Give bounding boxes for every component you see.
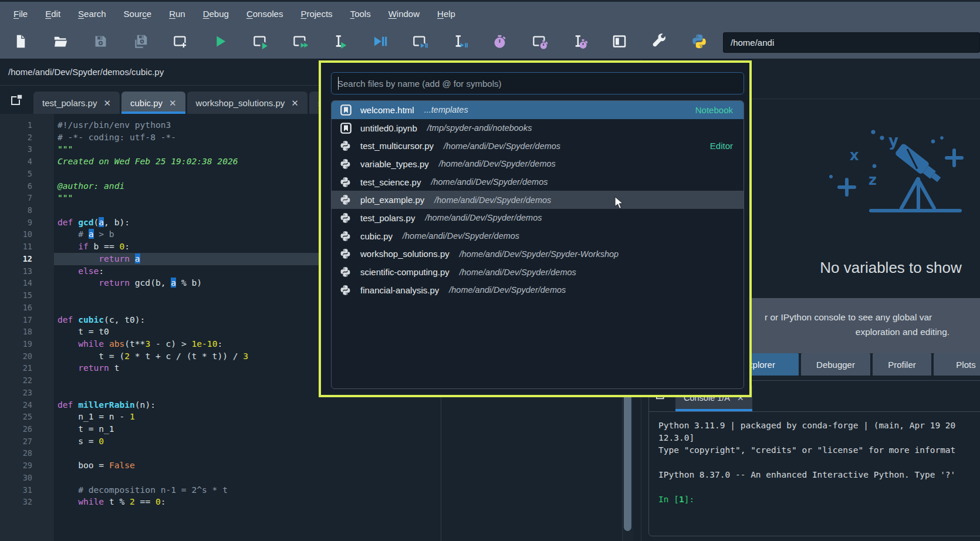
file-name: financial-analysis.py <box>360 285 439 295</box>
line-number: 26 <box>0 423 54 435</box>
console-line: Type "copyright", "credits" or "license"… <box>658 444 980 457</box>
console-line: Python 3.11.9 | packaged by conda-forge … <box>658 420 980 432</box>
maximize-pane-button[interactable] <box>607 30 631 55</box>
file-name: plot_example.py <box>360 195 424 205</box>
switcher-file-list: welcome.html...templatesNotebookuntitled… <box>331 100 744 389</box>
python-env-button[interactable] <box>687 30 711 55</box>
line-number: 21 <box>0 362 54 374</box>
debug-file-button[interactable] <box>367 30 392 55</box>
switcher-item-cubic-py[interactable]: cubic.py/home/andi/Dev/Spyder/demos <box>332 227 744 245</box>
switcher-item-financial-analysis-py[interactable]: financial-analysis.py/home/andi/Dev/Spyd… <box>332 281 744 299</box>
run-file-icon <box>212 33 228 52</box>
line-number: 8 <box>0 204 54 217</box>
python-file-icon <box>340 230 352 242</box>
line-number: 7 <box>0 192 54 204</box>
code-line-31: # decomposition n-1 = 2^s * t <box>54 484 622 496</box>
line-number: 2 <box>0 131 54 144</box>
code-line-27: s = 0 <box>54 435 622 448</box>
python-file-icon <box>340 284 352 296</box>
open-file-button[interactable] <box>48 30 73 55</box>
console-output[interactable]: Python 3.11.9 | packaged by conda-forge … <box>649 412 980 536</box>
debug-cell-icon <box>412 33 428 52</box>
run-file-button[interactable] <box>208 30 232 55</box>
debug-selection-button[interactable] <box>447 30 472 55</box>
preferences-button[interactable] <box>647 30 671 55</box>
save-button[interactable] <box>88 30 113 55</box>
line-number: 23 <box>0 387 54 399</box>
file-path: /home/andi/Dev/Spyder/demos <box>425 213 542 222</box>
switcher-item-test-polars-py[interactable]: test_polars.py/home/andi/Dev/Spyder/demo… <box>332 209 744 227</box>
save-all-button[interactable] <box>128 30 153 55</box>
line-number: 22 <box>0 374 54 387</box>
profile-selection-button[interactable] <box>567 30 592 55</box>
file-path: /home/andi/Dev/Spyder/demos <box>431 177 548 187</box>
browse-tabs-icon[interactable] <box>11 93 23 106</box>
menu-item-edit[interactable]: Edit <box>36 2 69 26</box>
run-cell-advance-button[interactable] <box>288 30 312 55</box>
switcher-item-plot-example-py[interactable]: plot_example.py/home/andi/Dev/Spyder/dem… <box>332 191 744 209</box>
file-path: ...templates <box>424 105 468 114</box>
new-cell-button[interactable] <box>168 30 192 55</box>
telescope-illustration-icon: y x z <box>803 125 979 233</box>
pane-badge: Notebook <box>695 105 738 115</box>
preferences-icon <box>651 33 667 52</box>
menu-item-run[interactable]: Run <box>160 2 194 26</box>
switcher-item-variable-types-py[interactable]: variable_types.py/home/andi/Dev/Spyder/d… <box>332 155 744 173</box>
close-icon[interactable]: ✕ <box>169 99 177 107</box>
run-cell-icon <box>252 33 268 52</box>
menu-item-help[interactable]: Help <box>428 2 464 26</box>
profile-cell-button[interactable] <box>527 30 552 55</box>
switcher-item-workshop-solutions-py[interactable]: workshop_solutions.py/home/andi/Dev/Spyd… <box>332 245 744 263</box>
working-directory-input[interactable] <box>723 32 980 53</box>
tab-label: workshop_solutions.py <box>196 98 285 108</box>
menu-item-source[interactable]: Source <box>115 2 161 26</box>
profile-file-button[interactable] <box>487 30 512 55</box>
file-name: workshop_solutions.py <box>360 249 450 259</box>
pane-tab-plots[interactable]: Plots <box>934 353 980 376</box>
menu-item-search[interactable]: Search <box>69 2 115 26</box>
line-number: 13 <box>0 265 54 278</box>
editor-tab-workshop-solutions-py[interactable]: workshop_solutions.py✕ <box>187 92 307 114</box>
line-number: 18 <box>0 326 54 338</box>
line-number: 6 <box>0 180 54 192</box>
editor-tab-cubic-py[interactable]: cubic.py✕ <box>121 92 185 114</box>
switcher-search-input[interactable] <box>331 72 744 94</box>
pane-tab-debugger[interactable]: Debugger <box>801 353 870 376</box>
close-icon[interactable]: ✕ <box>291 99 299 107</box>
new-file-button[interactable] <box>8 30 33 55</box>
menu-item-file[interactable]: File <box>5 2 36 26</box>
save-icon <box>93 33 109 52</box>
menu-item-consoles[interactable]: Consoles <box>238 2 292 26</box>
switcher-item-test-science-py[interactable]: test_science.py/home/andi/Dev/Spyder/dem… <box>332 173 744 191</box>
file-name: variable_types.py <box>360 159 429 169</box>
pane-tab-profiler[interactable]: Profiler <box>873 353 931 376</box>
python-file-icon <box>340 212 352 224</box>
run-selection-button[interactable] <box>327 30 352 55</box>
switcher-item-scientific-computing-py[interactable]: scientific-computing.py/home/andi/Dev/Sp… <box>332 263 744 281</box>
file-name: test_polars.py <box>360 213 415 223</box>
menu-item-window[interactable]: Window <box>380 2 428 26</box>
line-number: 4 <box>0 155 54 168</box>
svg-text:y: y <box>888 132 898 150</box>
run-cell-button[interactable] <box>248 30 272 55</box>
file-path: /home/andi/Dev/Spyder/demos <box>459 268 576 277</box>
file-path: /home/andi/Dev/Spyder/demos <box>444 141 560 151</box>
menu-item-projects[interactable]: Projects <box>292 2 341 26</box>
file-name: welcome.html <box>360 105 414 115</box>
editor-tab-test-polars-py[interactable]: test_polars.py✕ <box>33 92 120 114</box>
switcher-item-untitled0-ipynb[interactable]: untitled0.ipynb/tmp/spyder-andi/notebook… <box>332 119 744 137</box>
tab-label: cubic.py <box>130 98 163 108</box>
switcher-item-test-multicursor-py[interactable]: test_multicursor.py/home/andi/Dev/Spyder… <box>332 137 744 155</box>
file-name: test_multicursor.py <box>360 141 434 151</box>
file-path: /tmp/spyder-andi/notebooks <box>427 123 532 133</box>
save-all-icon <box>133 33 148 52</box>
close-icon[interactable]: ✕ <box>103 99 111 107</box>
line-number: 15 <box>0 289 54 302</box>
menu-item-debug[interactable]: Debug <box>194 2 238 26</box>
switcher-item-welcome-html[interactable]: welcome.html...templatesNotebook <box>332 101 744 119</box>
line-number: 20 <box>0 350 54 363</box>
file-name: untitled0.ipynb <box>360 123 417 133</box>
debug-cell-button[interactable] <box>407 30 432 55</box>
svg-text:x: x <box>850 147 859 164</box>
menu-item-tools[interactable]: Tools <box>342 2 380 26</box>
